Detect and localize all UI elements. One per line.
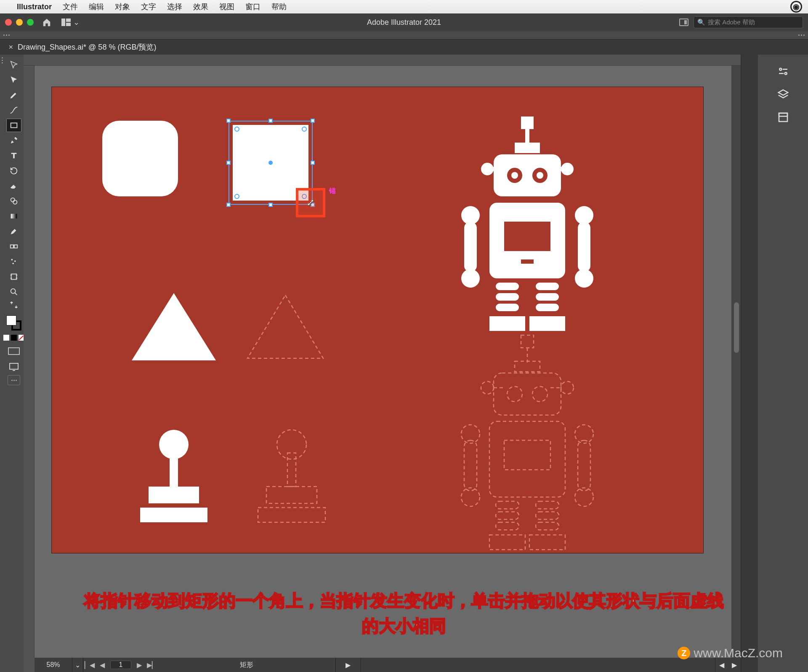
menu-type[interactable]: 文字 [141,2,156,12]
minimize-window-button[interactable] [16,19,23,26]
panel-dock-icon[interactable] [679,19,688,26]
svg-rect-18 [149,487,199,503]
pasteboard[interactable]: ⤢ 锚 [35,66,741,658]
eyedropper-tool[interactable] [6,225,21,238]
color-mode-gradient[interactable] [11,335,17,341]
menu-select[interactable]: 选择 [167,2,182,12]
menu-object[interactable]: 对象 [115,2,130,12]
rounded-rect-shape[interactable] [102,121,178,196]
fill-stroke-swap-icon[interactable] [6,300,21,310]
pen-tool[interactable] [6,88,21,102]
ruler-horizontal[interactable] [24,55,741,66]
fill-swatch[interactable] [6,315,16,325]
svg-rect-14 [10,363,18,369]
ruler-vertical[interactable] [24,66,35,658]
curvature-tool[interactable] [6,103,21,117]
zoom-dropdown-icon[interactable]: ⌄ [72,658,83,672]
shape-builder-tool[interactable] [6,194,21,208]
type-tool[interactable] [6,149,21,162]
resize-handle[interactable] [268,203,273,207]
draw-mode-icon[interactable] [8,347,20,355]
resize-handle[interactable] [226,119,231,123]
svg-rect-75 [536,522,559,530]
resize-handle[interactable] [226,203,231,207]
robot-outline-shape[interactable] [439,331,616,566]
selected-rect-shape[interactable]: ⤢ 锚 [229,121,313,205]
paintbrush-tool[interactable] [6,134,21,147]
joystick-outline-shape[interactable] [250,428,334,524]
workspace-layout-button[interactable]: ⌄ [61,18,80,27]
svg-rect-2 [66,23,71,26]
fullscreen-window-button[interactable] [27,19,34,26]
grip-dots-right-icon[interactable] [798,34,805,36]
close-window-button[interactable] [5,19,12,26]
resize-handle[interactable] [268,119,273,123]
resize-handle[interactable] [226,161,231,165]
help-search-field[interactable]: 🔍 搜索 Adobe 帮助 [694,16,803,28]
horizontal-scrollbar[interactable] [361,658,715,672]
svg-rect-12 [11,274,17,280]
home-icon[interactable] [41,18,52,27]
svg-rect-65 [464,440,477,491]
menu-help[interactable]: 帮助 [271,2,287,12]
grip-dots-icon[interactable] [3,34,10,36]
panel-grip-left[interactable] [0,55,4,672]
menu-view[interactable]: 视图 [219,2,234,12]
joystick-shape[interactable] [132,428,216,524]
artboard[interactable]: ⤢ 锚 [51,87,704,553]
user-account-icon[interactable]: ◉ [790,1,802,13]
edit-toolbar-button[interactable] [8,375,20,385]
svg-rect-83 [779,113,787,116]
svg-rect-26 [515,143,540,153]
libraries-panel-icon[interactable] [777,111,789,124]
robot-shape[interactable] [439,112,616,348]
rectangle-tool[interactable] [6,119,21,132]
layers-panel-icon[interactable] [777,88,789,101]
status-indicator-icon[interactable]: ▶ [335,658,361,672]
direct-selection-tool[interactable] [6,73,21,87]
scroll-right-button[interactable]: ▶ [728,661,741,669]
zoom-level[interactable]: 58% [35,658,72,672]
color-mode-fill[interactable] [3,335,9,341]
corner-widget-icon[interactable] [234,127,239,132]
selection-tool[interactable] [6,58,21,71]
corner-widget-icon[interactable] [302,127,307,132]
properties-panel-icon[interactable] [777,66,789,78]
triangle-outline-shape[interactable] [245,293,325,360]
blend-tool[interactable] [6,240,21,253]
eraser-tool[interactable] [6,179,21,193]
vertical-scrollbar[interactable] [731,66,741,658]
fill-stroke-swatches[interactable] [6,315,21,331]
rotate-tool[interactable] [6,164,21,177]
svg-rect-19 [140,508,207,522]
resize-handle[interactable] [311,119,315,123]
app-title: Adobe Illustrator 2021 [367,18,441,27]
zoom-tool[interactable] [6,285,21,299]
menu-edit[interactable]: 编辑 [89,2,104,12]
next-artboard-button[interactable]: ▶ [133,661,146,669]
first-artboard-button[interactable]: ▏◀ [83,661,96,669]
corner-widget-icon[interactable] [234,194,239,199]
close-tab-icon[interactable]: ✕ [8,44,13,50]
menu-window[interactable]: 窗口 [245,2,260,12]
scroll-left-button[interactable]: ◀ [715,661,728,669]
caption-line-1: 将指针移动到矩形的一个角上，当指针发生变化时，单击并拖动以使其形状与后面虚线 [21,588,787,613]
symbol-sprayer-tool[interactable] [6,255,21,268]
screen-mode-icon[interactable] [9,362,19,371]
last-artboard-button[interactable]: ▶▏ [146,661,158,669]
triangle-shape[interactable] [132,293,216,360]
menu-file[interactable]: 文件 [63,2,78,12]
artboard-number-field[interactable]: 1 [110,661,131,669]
svg-point-4 [11,198,15,202]
scrollbar-thumb[interactable] [734,302,739,353]
svg-rect-44 [489,316,525,331]
resize-handle[interactable] [311,161,315,165]
menu-effect[interactable]: 效果 [193,2,208,12]
artboard-tool[interactable] [6,270,21,283]
gradient-tool[interactable] [6,209,21,223]
prev-artboard-button[interactable]: ◀ [96,661,109,669]
app-name[interactable]: Illustrator [17,3,52,11]
document-tabbar: ✕ Drawing_Shapes.ai* @ 58 % (RGB/预览) [0,40,808,55]
document-tab[interactable]: ✕ Drawing_Shapes.ai* @ 58 % (RGB/预览) [3,40,161,55]
svg-rect-73 [536,501,559,509]
